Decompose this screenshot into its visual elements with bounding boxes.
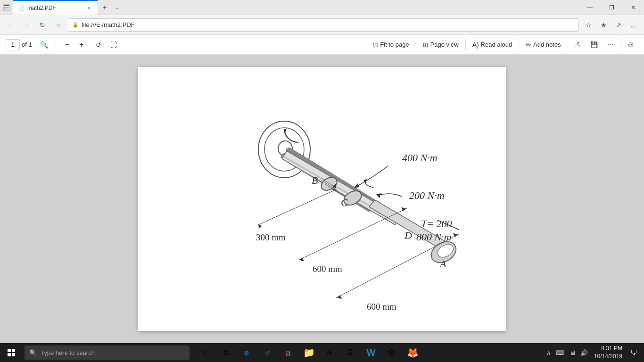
active-tab[interactable]: 📄 math2.PDF × — [13, 0, 98, 15]
share-button[interactable]: ↗ — [612, 18, 625, 32]
search-icon: 🔍 — [29, 349, 37, 356]
add-notes-label: Add notes — [533, 41, 561, 48]
toolbar-divider-6 — [620, 39, 620, 50]
read-aloud-icon: A) — [472, 41, 479, 49]
url-lock-icon: 🔒 — [72, 22, 79, 28]
clock-time: 8:31 PM — [594, 345, 622, 353]
toolbar-divider-1 — [56, 39, 56, 50]
accessibility-button[interactable]: ☺ — [623, 38, 638, 51]
taskbar-keyboard-icon[interactable]: ⌨ — [554, 349, 566, 356]
dim-600-bot-label: 600 mm — [367, 302, 396, 312]
taskbar-apps: ○ ⧉ e ℯ a 📁 ✈ 🖩 W ⚙ 🦊 — [195, 343, 422, 362]
tab-bar: 📄 math2.PDF × + ⌄ — [13, 0, 579, 15]
toolbar-divider-2 — [416, 39, 416, 50]
maximize-button[interactable]: ❐ — [601, 0, 622, 15]
pdf-content-area: 400 N·m 200 N·m T= 200 800 N·m B C D A — [0, 55, 644, 343]
more-tools-button[interactable]: ⋯ — [603, 38, 617, 51]
svg-rect-35 — [8, 349, 11, 352]
add-notes-button[interactable]: ✏ Add notes — [522, 38, 565, 51]
start-button[interactable] — [0, 343, 23, 362]
pdf-search-button[interactable]: 🔍 — [38, 38, 51, 51]
back-button[interactable]: ← — [4, 18, 17, 32]
page-total: of 1 — [22, 41, 32, 48]
taskbar-edge-new[interactable]: ℯ — [257, 343, 277, 362]
a-point-label: A — [439, 258, 446, 270]
read-aloud-button[interactable]: A) Read aloud — [469, 38, 516, 51]
svg-rect-38 — [12, 353, 15, 356]
taskbar-system-tray: ∧ ⌨ 🖥 🔊 8:31 PM 10/14/2019 🗨 — [541, 343, 644, 362]
d-point-label: D — [404, 230, 412, 241]
tab-dropdown-button[interactable]: ⌄ — [111, 2, 123, 13]
window-close-button[interactable]: ✕ — [622, 0, 644, 15]
refresh-button[interactable]: ↻ — [36, 18, 49, 32]
tab-close-button[interactable]: × — [85, 4, 93, 12]
taskbar-store[interactable]: a — [278, 343, 298, 362]
b-point-label: B — [312, 174, 318, 186]
svg-rect-37 — [8, 353, 11, 356]
title-bar: 📄 math2.PDF × + ⌄ — ❐ ✕ — [0, 0, 644, 15]
window-controls: — ❐ ✕ — [579, 0, 644, 15]
toolbar-divider-3 — [465, 39, 466, 50]
svg-rect-1 — [4, 5, 9, 6]
browser-more-button[interactable]: … — [627, 18, 640, 32]
svg-rect-3 — [4, 8, 8, 9]
pdf-toolbar: of 1 🔍 − + ↺ ⛶ ⊡ Fit to page ⊞ Page view… — [0, 35, 644, 55]
svg-rect-4 — [138, 67, 506, 331]
toolbar-divider-5 — [568, 39, 568, 50]
pdf-page: 400 N·m 200 N·m T= 200 800 N·m B C D A — [138, 67, 506, 331]
search-placeholder-text: Type here to search — [41, 349, 95, 356]
taskbar-edge[interactable]: e — [237, 343, 256, 362]
favorites-button[interactable]: ☆ — [582, 18, 595, 32]
taskbar: 🔍 Type here to search ○ ⧉ e ℯ a 📁 ✈ 🖩 W … — [0, 343, 644, 362]
taskbar-volume-icon[interactable]: 🔊 — [579, 349, 589, 356]
taskbar-word[interactable]: W — [361, 343, 381, 362]
home-icon: ⌂ — [57, 21, 60, 29]
notification-button[interactable]: 🗨 — [627, 346, 640, 359]
forward-icon: → — [23, 21, 30, 29]
rotate-button[interactable]: ↺ — [92, 38, 105, 51]
search-bar[interactable]: 🔍 Type here to search — [25, 346, 190, 360]
page-number-input[interactable] — [6, 39, 20, 50]
taskbar-firefox[interactable]: 🦊 — [403, 343, 422, 362]
minimize-button[interactable]: — — [579, 0, 601, 15]
taskbar-browser[interactable]: ✈ — [320, 343, 339, 362]
taskbar-files[interactable]: 📁 — [299, 343, 319, 362]
home-button[interactable]: ⌂ — [52, 18, 65, 32]
save-button[interactable]: 💾 — [586, 38, 602, 51]
taskbar-cortana[interactable]: ○ — [195, 343, 215, 362]
taskbar-display-icon[interactable]: 🖥 — [568, 349, 577, 356]
page-view-label: Page view — [430, 41, 459, 48]
add-notes-icon: ✏ — [526, 41, 531, 49]
collections-button[interactable]: ★ — [597, 18, 610, 32]
fit-to-page-button[interactable]: ⊡ Fit to page — [369, 38, 413, 51]
taskbar-calc[interactable]: 🖩 — [340, 343, 360, 362]
url-text: file:///E:/math2.PDF — [82, 21, 575, 28]
torque-400-label: 400 N·m — [402, 152, 438, 164]
svg-rect-2 — [4, 7, 9, 8]
taskbar-settings[interactable]: ⚙ — [382, 343, 402, 362]
svg-rect-36 — [12, 349, 15, 352]
page-view-button[interactable]: ⊞ Page view — [419, 38, 462, 51]
dim-600-top-label: 600 mm — [313, 264, 342, 274]
t-equation-label: T= 200 — [421, 218, 452, 230]
system-clock[interactable]: 8:31 PM 10/14/2019 — [591, 345, 625, 361]
zoom-in-button[interactable]: + — [75, 38, 88, 51]
zoom-out-button[interactable]: − — [61, 38, 74, 51]
clock-date: 10/14/2019 — [594, 353, 622, 361]
fullscreen-button[interactable]: ⛶ — [107, 38, 120, 51]
c-point-label: C — [341, 197, 348, 208]
pdf-right-tools: ⊡ Fit to page ⊞ Page view A) Read aloud … — [369, 38, 638, 51]
back-icon: ← — [7, 21, 14, 29]
new-tab-button[interactable]: + — [98, 1, 111, 14]
toolbar-divider-4 — [519, 39, 519, 50]
taskbar-task-view[interactable]: ⧉ — [216, 343, 236, 362]
torque-200-label: 200 N·m — [409, 189, 445, 201]
taskbar-up-arrow[interactable]: ∧ — [545, 349, 553, 356]
fit-to-page-icon: ⊡ — [372, 41, 378, 49]
fit-to-page-label: Fit to page — [380, 41, 409, 48]
print-button[interactable]: 🖨 — [571, 38, 585, 51]
forward-button[interactable]: → — [20, 18, 33, 32]
pdf-diagram: 400 N·m 200 N·m T= 200 800 N·m B C D A — [138, 67, 506, 331]
tab-file-icon: 📄 — [18, 5, 25, 11]
url-bar[interactable]: 🔒 file:///E:/math2.PDF — [68, 18, 579, 32]
